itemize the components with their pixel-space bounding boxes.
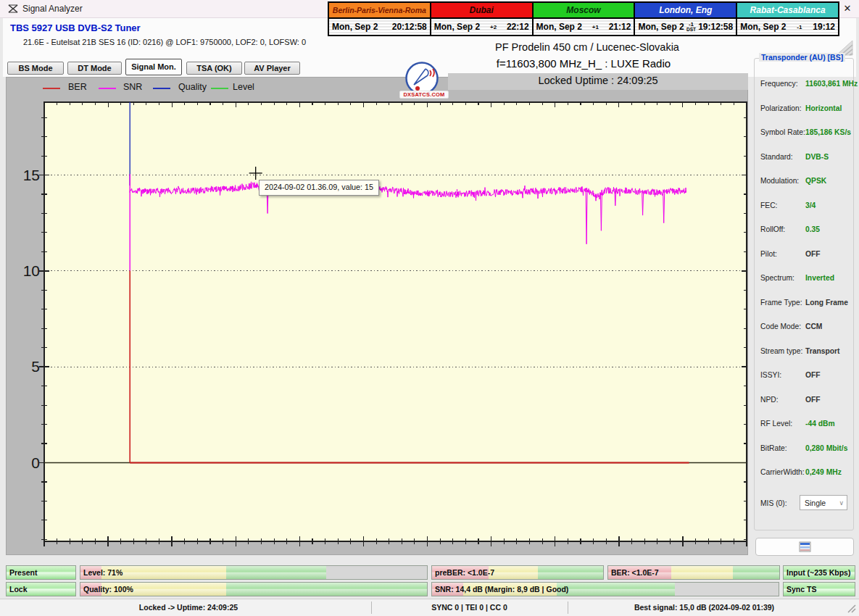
mis-label: MIS (0): xyxy=(760,499,787,507)
transponder-row-value: CCM xyxy=(805,322,822,330)
transponder-row-issyi: ISSYI:OFF xyxy=(760,371,850,381)
transponder-row-value: OFF xyxy=(805,250,821,258)
transponder-row-spectrum: Spectrum:Inverted xyxy=(760,274,850,284)
tab-signal-mon[interactable]: Signal Mon. xyxy=(125,59,182,75)
transponder-row-value: OFF xyxy=(805,396,821,404)
clock-city-name: Dubai xyxy=(431,3,532,19)
transport-list-icon xyxy=(799,541,811,552)
status-bar-lock: Lock xyxy=(6,582,76,596)
clock-date: Mon, Sep 2 xyxy=(434,22,480,32)
status-bar-quality-100: Quality: 100% xyxy=(80,582,428,596)
tab-dt-mode[interactable]: DT Mode xyxy=(67,62,122,75)
transponder-row-label: ISSYI: xyxy=(760,371,781,379)
clock-city-london-eng: London, EngMon, Sep 2-1DST19:12:58 xyxy=(635,3,737,35)
clock-date: Mon, Sep 2 xyxy=(740,22,786,32)
window-title: Signal Analyzer xyxy=(22,4,83,14)
clock-city-berlin-paris-vienna-roma: Berlin-Paris-Vienna-RomaMon, Sep 220:12:… xyxy=(329,3,431,35)
status-bar-label: Lock xyxy=(9,583,28,596)
transponder-row-value: 185,186 KS/s xyxy=(805,128,851,136)
transponder-panel-title: Transponder (AU) [BS] xyxy=(759,53,845,62)
transponder-row-rf-level: RF Level:-44 dBm xyxy=(760,420,850,430)
svg-text:10: 10 xyxy=(23,262,40,279)
transponder-row-frame-type: Frame Type:Long Frame xyxy=(760,299,850,309)
transponder-row-bitrate: BitRate:0,280 Mbit/s xyxy=(760,444,850,454)
status-bar-label: Level: 71% xyxy=(83,566,123,579)
clock-city-time: Mon, Sep 220:12:58 xyxy=(329,19,430,35)
legend-label-level: Level xyxy=(233,82,254,92)
transponder-row-value: Transport xyxy=(805,347,840,355)
clock-city-time: Mon, Sep 2+121:12 xyxy=(534,19,634,35)
clock-time-value: 20:12:58 xyxy=(392,22,427,32)
svg-text:15: 15 xyxy=(23,167,40,183)
transponder-row-value: QPSK xyxy=(805,177,826,185)
transponder-row-label: Standard: xyxy=(760,153,793,161)
legend-line-snr xyxy=(99,88,116,89)
clock-utc-offset: +2 xyxy=(490,25,497,30)
transponder-row-stream-type: Stream type:Transport xyxy=(760,347,850,357)
transponder-row-value: -44 dBm xyxy=(805,420,835,428)
clock-city-time: Mon, Sep 2+222:12 xyxy=(431,19,532,35)
signal-plot[interactable]: 051015 xyxy=(7,78,747,554)
clock-date: Mon, Sep 2 xyxy=(332,22,378,32)
transponder-row-label: Modulation: xyxy=(760,177,799,185)
chart-legend: BERSNRQualityLevel xyxy=(7,78,747,99)
transponder-panel: Transponder (AU) [BS] Frequency:11603,86… xyxy=(754,58,854,530)
transponder-row-label: BitRate: xyxy=(760,444,787,452)
clock-city-name: Berlin-Paris-Vienna-Roma xyxy=(329,3,430,19)
tab-tsa-ok[interactable]: TSA (OK) xyxy=(186,62,242,75)
transponder-row-value: Inverted xyxy=(805,274,834,282)
transport-list-button[interactable] xyxy=(755,538,854,556)
transponder-row-label: Polarization: xyxy=(760,104,802,112)
clock-city-dubai: DubaiMon, Sep 2+222:12 xyxy=(431,3,534,35)
transponder-row-label: Spectrum: xyxy=(760,274,794,282)
clock-city-name: Rabat-Casablanca xyxy=(737,3,838,19)
transponder-row-label: FEC: xyxy=(760,201,777,209)
tab-bs-mode[interactable]: BS Mode xyxy=(7,62,64,75)
tab-av-player[interactable]: AV Player xyxy=(244,62,300,75)
legend-label-ber: BER xyxy=(68,82,87,92)
clock-city-name: London, Eng xyxy=(635,3,736,19)
transponder-row-value: 3/4 xyxy=(805,201,816,209)
mis-dropdown-value: Single xyxy=(805,499,826,507)
transponder-row-label: Symbol Rate: xyxy=(760,128,805,136)
transponder-row-value: 0,280 Mbit/s xyxy=(805,444,847,452)
status-bar-label: preBER: <1.0E-7 xyxy=(435,566,494,579)
transponder-row-value: Horizontal xyxy=(805,104,842,112)
chart-tooltip: 2024-09-02 01.36.09, value: 15 xyxy=(259,180,379,196)
mis-dropdown[interactable]: Single ∨ xyxy=(800,495,847,510)
transponder-row-fec: FEC:3/4 xyxy=(760,201,850,212)
transponder-row-polarization: Polarization:Horizontal xyxy=(760,104,850,115)
transponder-row-label: Frequency: xyxy=(760,80,798,88)
world-clock-panel: Berlin-Paris-Vienna-RomaMon, Sep 220:12:… xyxy=(328,1,839,36)
clock-utc-offset: +1 xyxy=(592,25,599,30)
status-bar-label: SNR: 14,4 dB (Margin: 8,9 dB | Good) xyxy=(435,583,568,596)
statusbar-uptime: Locked -> Uptime: 24:09:25 xyxy=(6,603,371,612)
transponder-row-pilot: Pilot:OFF xyxy=(760,250,850,260)
clock-city-name: Moscow xyxy=(534,3,634,19)
clock-date: Mon, Sep 2 xyxy=(638,22,684,32)
status-bar-label: Input (~235 Kbps) xyxy=(787,566,850,579)
transponder-row-value: 11603,861 MHz xyxy=(805,80,858,88)
frequency-service-info: f=11603,800 MHz_H_ : LUXE Radio xyxy=(406,57,761,70)
clock-time-value: 19:12:58 xyxy=(698,22,733,32)
legend-line-ber xyxy=(43,88,60,89)
clock-time-value: 22:12 xyxy=(507,22,529,32)
svg-text:5: 5 xyxy=(31,358,40,375)
transponder-row-value: 0.35 xyxy=(805,225,820,233)
status-bar-label: Quality: 100% xyxy=(83,583,133,596)
close-button[interactable]: ✕ xyxy=(839,1,855,16)
clock-city-time: Mon, Sep 2-1DST19:12:58 xyxy=(635,19,736,35)
transponder-row-standard: Standard:DVB-S xyxy=(760,153,850,163)
transponder-row-value: DVB-S xyxy=(805,153,829,161)
status-bar-sync-ts: Sync TS xyxy=(783,582,855,596)
legend-label-snr: SNR xyxy=(123,82,142,92)
status-bar-label: Sync TS xyxy=(787,583,816,596)
legend-line-quality xyxy=(153,88,170,89)
transponder-row-rolloff: RollOff:0.35 xyxy=(760,225,850,236)
bottom-status-bar: Locked -> Uptime: 24:09:25 SYNC 0 | TEI … xyxy=(0,599,859,616)
tuner-name: TBS 5927 USB DVB-S2 Tuner xyxy=(10,22,141,33)
window-resize-grip-icon[interactable] xyxy=(845,602,857,614)
transponder-row-label: Pilot: xyxy=(760,250,777,258)
transponder-row-value: Long Frame xyxy=(805,299,848,307)
signal-monitor-chart[interactable]: BERSNRQualityLevel 051015 2024-09-02 01.… xyxy=(6,77,748,555)
